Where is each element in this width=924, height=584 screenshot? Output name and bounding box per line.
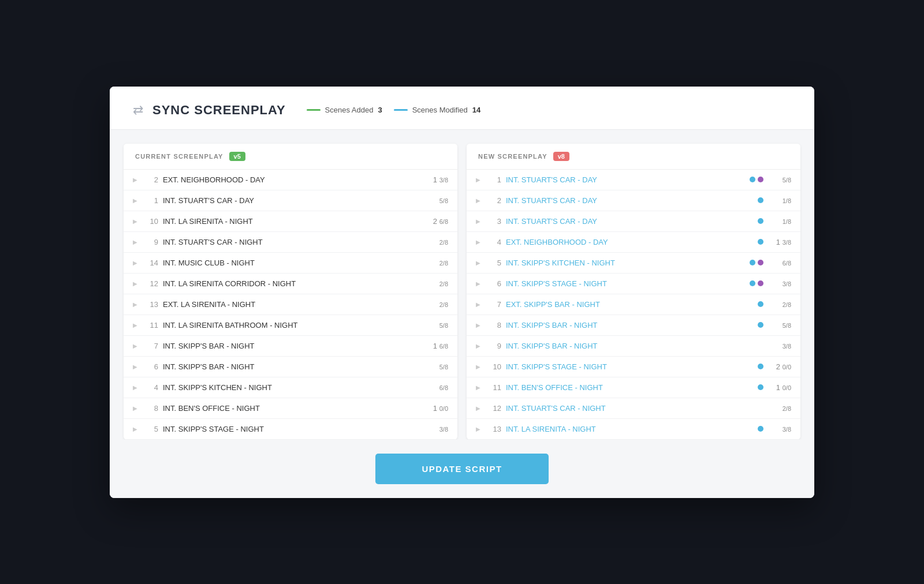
row-expand-icon[interactable]: ▶ <box>476 239 480 245</box>
scene-pages: 2/8 <box>768 404 791 413</box>
legend-modified: Scenes Modified 14 <box>394 106 481 114</box>
row-expand-icon[interactable]: ▶ <box>133 260 137 266</box>
modal-footer: UPDATE SCRIPT <box>110 440 814 498</box>
scene-pages: 3/8 <box>768 342 791 350</box>
row-expand-icon[interactable]: ▶ <box>133 322 137 328</box>
row-expand-icon[interactable]: ▶ <box>476 364 480 370</box>
new-version-badge: v8 <box>553 152 569 161</box>
row-expand-icon[interactable]: ▶ <box>476 177 480 183</box>
row-expand-icon[interactable]: ▶ <box>476 280 480 287</box>
scene-name: EXT. SKIPP'S BAR - NIGHT <box>506 300 730 309</box>
current-version-badge: v5 <box>229 152 245 161</box>
new-panel-header: NEW SCREENPLAY v8 <box>467 144 800 170</box>
table-row: ▶ 8 INT. BEN'S OFFICE - NIGHT 1 0/0 <box>124 398 457 419</box>
table-row: ▶ 11 INT. BEN'S OFFICE - NIGHT 1 0/0 <box>467 377 800 398</box>
scene-name: EXT. LA SIRENITA - NIGHT <box>163 300 420 309</box>
scene-name: INT. SKIPP'S BAR - NIGHT <box>163 362 420 371</box>
table-row: ▶ 5 INT. SKIPP'S STAGE - NIGHT 3/8 <box>124 419 457 440</box>
row-expand-icon[interactable]: ▶ <box>476 260 480 266</box>
row-expand-icon[interactable]: ▶ <box>476 218 480 224</box>
scene-number: 11 <box>485 383 501 392</box>
scene-number: 8 <box>485 321 501 330</box>
scene-name: INT. BEN'S OFFICE - NIGHT <box>506 383 730 392</box>
blue-dot <box>758 384 763 390</box>
sync-screenplay-modal: ⇄ SYNC SCREENPLAY Scenes Added 3 Scenes … <box>110 87 814 498</box>
legend-modified-label: Scenes Modified <box>412 106 468 114</box>
row-expand-icon[interactable]: ▶ <box>133 343 137 349</box>
scene-number: 8 <box>142 404 158 413</box>
scene-pages: 6/8 <box>425 383 448 392</box>
scene-name: INT. STUART'S CAR - NIGHT <box>506 404 730 413</box>
current-screenplay-panel: CURRENT SCREENPLAY v5 ▶ 2 EXT. NEIGHBORH… <box>124 144 457 440</box>
update-script-button[interactable]: UPDATE SCRIPT <box>375 454 548 484</box>
scene-name: INT. LA SIRENITA BATHROOM - NIGHT <box>163 321 420 330</box>
row-expand-icon[interactable]: ▶ <box>133 218 137 224</box>
scene-name: INT. SKIPP'S KITCHEN - NIGHT <box>506 259 730 267</box>
scene-name: INT. SKIPP'S BAR - NIGHT <box>506 342 730 350</box>
scene-pages: 5/8 <box>425 321 448 330</box>
scene-pages: 3/8 <box>425 425 448 433</box>
scene-number: 1 <box>142 196 158 205</box>
blue-dot <box>758 301 763 307</box>
table-row: ▶ 12 INT. LA SIRENITA CORRIDOR - NIGHT 2… <box>124 274 457 294</box>
blue-dot <box>758 197 763 203</box>
scene-name: INT. SKIPP'S STAGE - NIGHT <box>506 362 730 371</box>
row-expand-icon[interactable]: ▶ <box>133 384 137 391</box>
scene-number: 4 <box>485 238 501 246</box>
scene-number: 5 <box>142 425 158 433</box>
table-row: ▶ 8 INT. SKIPP'S BAR - NIGHT 5/8 <box>467 315 800 336</box>
scene-number: 10 <box>485 362 501 371</box>
modal-title: SYNC SCREENPLAY <box>152 103 286 118</box>
table-row: ▶ 11 INT. LA SIRENITA BATHROOM - NIGHT 5… <box>124 315 457 336</box>
new-scene-list: ▶ 1 INT. STUART'S CAR - DAY 5/8 ▶ 2 INT.… <box>467 170 800 440</box>
scene-pages: 5/8 <box>425 196 448 205</box>
scene-dots <box>735 218 763 224</box>
table-row: ▶ 5 INT. SKIPP'S KITCHEN - NIGHT 6/8 <box>467 253 800 274</box>
scene-pages: 5/8 <box>768 175 791 184</box>
row-expand-icon[interactable]: ▶ <box>133 405 137 411</box>
scene-dots <box>735 260 763 265</box>
table-row: ▶ 1 INT. STUART'S CAR - DAY 5/8 <box>467 170 800 190</box>
legend-added-label: Scenes Added <box>325 106 374 114</box>
row-expand-icon[interactable]: ▶ <box>476 405 480 411</box>
table-row: ▶ 6 INT. SKIPP'S STAGE - NIGHT 3/8 <box>467 274 800 294</box>
table-row: ▶ 12 INT. STUART'S CAR - NIGHT 2/8 <box>467 398 800 419</box>
row-expand-icon[interactable]: ▶ <box>133 301 137 308</box>
scene-number: 14 <box>142 259 158 267</box>
row-expand-icon[interactable]: ▶ <box>476 301 480 308</box>
row-expand-icon[interactable]: ▶ <box>133 364 137 370</box>
legend-modified-count: 14 <box>472 106 480 114</box>
scene-number: 6 <box>485 279 501 288</box>
current-panel-title: CURRENT SCREENPLAY <box>135 153 223 160</box>
purple-dot <box>758 177 763 182</box>
legend-modified-line <box>394 109 408 111</box>
row-expand-icon[interactable]: ▶ <box>476 197 480 204</box>
scene-number: 6 <box>142 362 158 371</box>
row-expand-icon[interactable]: ▶ <box>476 322 480 328</box>
purple-dot <box>758 280 763 286</box>
row-expand-icon[interactable]: ▶ <box>476 384 480 391</box>
row-expand-icon[interactable]: ▶ <box>476 343 480 349</box>
scene-number: 7 <box>142 342 158 350</box>
scene-number: 5 <box>485 259 501 267</box>
table-row: ▶ 3 INT. STUART'S CAR - DAY 1/8 <box>467 211 800 232</box>
table-row: ▶ 14 INT. MUSIC CLUB - NIGHT 2/8 <box>124 253 457 274</box>
scene-pages: 1 6/8 <box>425 342 448 350</box>
blue-dot <box>758 322 763 328</box>
row-expand-icon[interactable]: ▶ <box>133 280 137 287</box>
row-expand-icon[interactable]: ▶ <box>133 177 137 183</box>
scene-pages: 2/8 <box>768 300 791 309</box>
modal-header: ⇄ SYNC SCREENPLAY Scenes Added 3 Scenes … <box>110 87 814 130</box>
row-expand-icon[interactable]: ▶ <box>133 426 137 432</box>
row-expand-icon[interactable]: ▶ <box>133 239 137 245</box>
row-expand-icon[interactable]: ▶ <box>133 197 137 204</box>
table-row: ▶ 9 INT. SKIPP'S BAR - NIGHT 3/8 <box>467 336 800 357</box>
row-expand-icon[interactable]: ▶ <box>476 426 480 432</box>
scene-number: 1 <box>485 175 501 184</box>
scene-name: INT. SKIPP'S BAR - NIGHT <box>163 342 420 350</box>
scene-number: 7 <box>485 300 501 309</box>
table-row: ▶ 13 EXT. LA SIRENITA - NIGHT 2/8 <box>124 294 457 315</box>
table-row: ▶ 1 INT. STUART'S CAR - DAY 5/8 <box>124 190 457 211</box>
scene-number: 2 <box>485 196 501 205</box>
scene-name: INT. BEN'S OFFICE - NIGHT <box>163 404 420 413</box>
